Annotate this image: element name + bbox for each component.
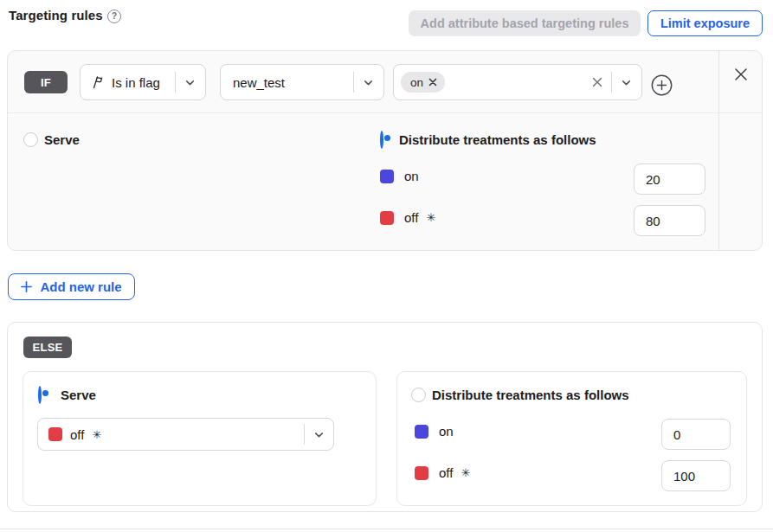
chevron-down-icon (620, 76, 633, 89)
treatment-name-text: off (404, 210, 418, 225)
treatment-name-text: off (439, 465, 453, 480)
add-condition-icon[interactable] (651, 74, 673, 96)
divider (353, 72, 354, 93)
targeting-rule-card: IF Is in flag new_test (7, 50, 763, 251)
serve-label: Serve (44, 132, 80, 147)
treatment-on-swatch (415, 425, 428, 439)
rule-condition-row: IF Is in flag new_test (8, 51, 762, 113)
treatment-on-swatch (380, 170, 394, 183)
add-new-rule-button[interactable]: Add new rule (8, 273, 135, 300)
else-serve-treatment-select[interactable]: off ✳ (37, 418, 334, 451)
else-treatment-on-percent-input[interactable] (661, 419, 731, 450)
chevron-down-icon (362, 76, 375, 89)
add-attribute-rules-button[interactable]: Add attribute based targeting rules (409, 10, 641, 36)
else-distribute-radio[interactable] (411, 388, 426, 402)
serve-radio[interactable] (23, 132, 38, 147)
treatment-off-swatch (415, 466, 428, 480)
page-title: Targeting rules (9, 8, 103, 22)
plus-icon (21, 281, 32, 292)
else-treatment-off-percent-input[interactable] (661, 460, 731, 491)
divider (304, 424, 305, 445)
selected-value-chip: on (401, 72, 445, 93)
targeting-rules-panel: Targeting rules ? Add attribute based ta… (0, 0, 773, 532)
treatment-name: off ✳ (439, 465, 470, 480)
delete-rule-icon[interactable] (731, 64, 751, 85)
default-treatment-icon: ✳ (426, 211, 435, 224)
default-rule-card: ELSE Serve off ✳ Distribute treatments a… (7, 322, 763, 512)
treatment-values-multiselect[interactable]: on (393, 64, 642, 100)
matcher-label: Is in flag (112, 75, 160, 90)
else-distribute-panel: Distribute treatments as follows on off … (396, 371, 747, 506)
flag-select[interactable]: new_test (220, 64, 384, 100)
treatment-name: on (439, 424, 454, 439)
treatment-off-percent-input[interactable] (634, 205, 705, 236)
distribute-label: Distribute treatments as follows (399, 132, 596, 147)
distribute-radio[interactable] (380, 131, 383, 149)
else-distribute-label: Distribute treatments as follows (432, 388, 629, 402)
else-serve-panel: Serve off ✳ (23, 371, 377, 506)
treatment-off-swatch (48, 427, 62, 441)
default-treatment-icon: ✳ (461, 466, 470, 479)
if-badge: IF (24, 71, 68, 93)
flag-select-value: new_test (233, 75, 285, 90)
limit-exposure-button[interactable]: Limit exposure (647, 10, 763, 36)
clear-selection-icon[interactable] (590, 75, 604, 89)
treatment-name: off ✳ (404, 210, 435, 225)
else-serve-label: Serve (61, 388, 96, 402)
help-icon[interactable]: ? (107, 10, 121, 23)
default-treatment-icon: ✳ (92, 428, 101, 441)
chip-label: on (410, 76, 423, 89)
chip-remove-icon[interactable] (428, 78, 437, 87)
divider (175, 72, 176, 93)
else-serve-value: off (70, 427, 84, 442)
divider (611, 72, 612, 93)
treatment-off-swatch (380, 211, 394, 225)
flag-icon (91, 75, 105, 89)
else-serve-radio[interactable] (38, 386, 42, 404)
chevron-down-icon (184, 76, 196, 89)
treatment-name: on (404, 169, 419, 183)
rule-actions-column (718, 51, 762, 250)
else-badge: ELSE (23, 337, 72, 358)
section-divider (0, 529, 773, 529)
add-new-rule-label: Add new rule (40, 279, 121, 294)
matcher-select[interactable]: Is in flag (80, 64, 206, 100)
treatment-on-percent-input[interactable] (634, 163, 705, 195)
chevron-down-icon (312, 428, 325, 441)
